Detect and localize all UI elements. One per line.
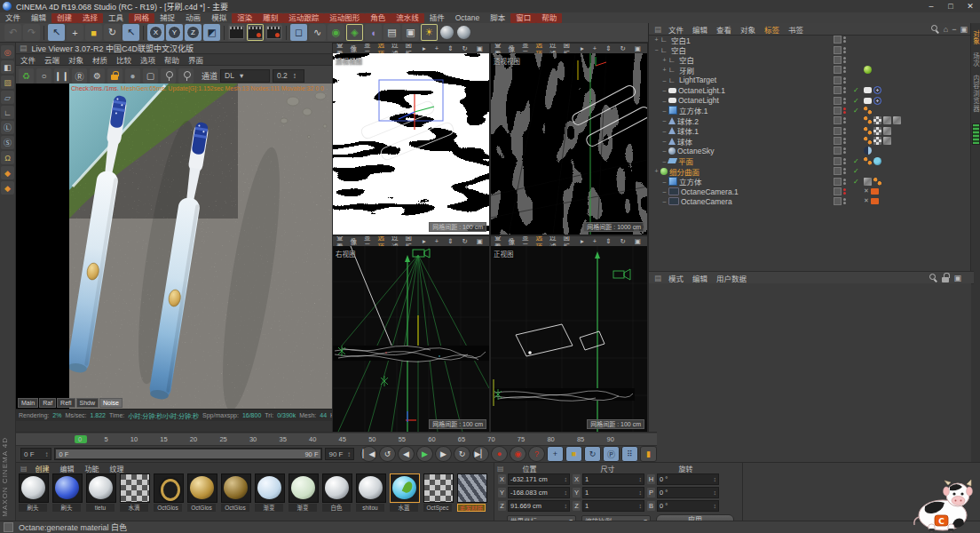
rotate-view-icon[interactable]: ↻	[458, 44, 470, 52]
dot-top[interactable]	[843, 188, 846, 191]
uvw-tag-icon[interactable]	[873, 137, 881, 145]
material-thumbnail[interactable]	[187, 473, 217, 503]
menu-编辑[interactable]: 编辑	[26, 13, 51, 23]
end-frame-field[interactable]: 90 F↕	[325, 448, 354, 460]
material-白色[interactable]: 白色	[322, 473, 352, 512]
lv-menu-比较[interactable]: 比较	[112, 54, 136, 65]
pick-region-icon[interactable]: ▢	[143, 68, 158, 84]
visibility-dots[interactable]	[843, 67, 846, 73]
refresh-icon[interactable]: ♻	[19, 68, 34, 84]
render-canvas[interactable]: Check:0ms./1ms. MeshGen:65ms. Update[G]:…	[16, 84, 332, 409]
menu-创建[interactable]: 创建	[51, 13, 77, 23]
lv-menu-文件[interactable]: 文件	[16, 54, 40, 65]
dot-bottom[interactable]	[843, 151, 846, 154]
enabled-check-icon[interactable]: ✓	[853, 157, 859, 165]
visibility-toggles[interactable]	[834, 178, 846, 186]
dot-bottom[interactable]	[843, 51, 846, 53]
dot-top[interactable]	[843, 77, 846, 80]
enabled-check-icon[interactable]: ✓	[853, 107, 859, 115]
menu-流水线[interactable]: 流水线	[391, 13, 424, 23]
om-menu-编辑[interactable]: 编辑	[688, 24, 712, 35]
keyframe-selection-button[interactable]: ▮	[640, 446, 657, 462]
lock-y-icon[interactable]: Y	[166, 24, 183, 41]
layer-chip[interactable]	[834, 86, 842, 94]
expand-all-icon[interactable]: ▣	[960, 25, 968, 34]
layer-chip[interactable]	[834, 167, 842, 175]
object-row-空白1[interactable]: +∟空白1	[649, 35, 970, 44]
layer-chip[interactable]	[834, 66, 842, 74]
dot-bottom[interactable]	[843, 91, 846, 93]
pass-tab-Main[interactable]: Main	[18, 398, 38, 408]
material-thumbnail[interactable]	[322, 473, 352, 503]
keying-help-button[interactable]: ?	[528, 446, 545, 462]
expand-plus-icon[interactable]: +	[660, 67, 668, 73]
lv-menu-选项[interactable]: 选项	[136, 54, 160, 65]
timeline-ruler[interactable]: 051015202530354045505560657075808590	[16, 434, 657, 446]
layer-chip[interactable]	[834, 76, 842, 84]
rotate-icon[interactable]: ↻	[104, 24, 121, 41]
coord-field-B[interactable]: 0 °↕	[657, 500, 719, 512]
close-button[interactable]: ✕	[960, 1, 980, 12]
material-OctSpec[interactable]: OctSpec	[423, 473, 454, 512]
lock-icon[interactable]	[107, 68, 122, 84]
phong-tag-icon[interactable]	[864, 66, 872, 74]
dot-top[interactable]	[843, 179, 846, 181]
primitive-cube-icon[interactable]: ◻	[290, 24, 307, 41]
coord-field-Y[interactable]: 1↕	[582, 487, 644, 498]
dot-bottom[interactable]	[843, 202, 846, 204]
coord-field-Z[interactable]: 91.669 cm↕	[508, 500, 570, 512]
visibility-dots[interactable]	[843, 47, 846, 53]
dot-bottom[interactable]	[843, 162, 846, 164]
phong-dots-tag-icon[interactable]	[873, 178, 881, 186]
visibility-toggles[interactable]	[834, 46, 846, 54]
texture-tag-icon[interactable]	[864, 178, 872, 186]
viewport-perspective-2[interactable]: 查看摄像机显示选项过滤面板▸+⇕↻▣ 透视视图 网格间距 : 1000 cm	[490, 43, 648, 235]
am-menu-用户数据[interactable]: 用户数据	[712, 273, 751, 283]
dot-top[interactable]	[843, 168, 846, 171]
target-tag-icon[interactable]	[873, 97, 881, 105]
material-渐变[interactable]: 渐变	[255, 473, 285, 512]
material-sphere-icon[interactable]	[440, 26, 454, 39]
record-keyframe-button[interactable]: ●	[491, 446, 508, 462]
render-picture-icon[interactable]	[247, 24, 264, 41]
restart-icon[interactable]: ○	[36, 68, 51, 84]
pan-icon[interactable]: +	[589, 237, 600, 245]
camera-tag-icon[interactable]	[871, 188, 879, 195]
move-icon[interactable]: +	[67, 24, 83, 41]
visibility-toggles[interactable]	[834, 86, 846, 94]
expand-arrow-icon[interactable]: ▸	[419, 237, 430, 245]
om-menu-标签[interactable]: 标签	[760, 24, 784, 35]
dot-bottom[interactable]	[843, 40, 846, 43]
menu-文件[interactable]: 文件	[0, 13, 26, 23]
redo-icon[interactable]: ↷	[23, 24, 40, 41]
environment-icon[interactable]: ▤	[383, 24, 400, 41]
material-thumbnail[interactable]	[255, 473, 285, 503]
lv-menu-界面[interactable]: 界面	[184, 54, 208, 65]
expand-plus-icon[interactable]: +	[652, 168, 660, 174]
attribute-manager-body[interactable]	[649, 283, 971, 462]
coord-field-X[interactable]: 1↕	[582, 473, 644, 485]
layer-chip[interactable]	[834, 157, 842, 165]
material-水滴[interactable]: 水滴	[120, 473, 150, 512]
layer-chip[interactable]	[834, 107, 842, 115]
menu-帮助[interactable]: 帮助	[536, 13, 562, 23]
visibility-toggles[interactable]	[834, 76, 846, 84]
object-row-球体.1[interactable]: –球体.1	[649, 126, 970, 136]
material-OctGlos[interactable]: OctGlos	[154, 473, 184, 512]
object-row-平面[interactable]: –平面✓	[649, 156, 970, 166]
lv-menu-帮助[interactable]: 帮助	[160, 54, 184, 65]
material-thumbnail[interactable]	[423, 473, 454, 503]
menu-窗口[interactable]: 窗口	[510, 13, 536, 23]
protection-tag-icon[interactable]: ✕	[864, 197, 869, 205]
object-row-球体[interactable]: –球体	[649, 136, 970, 146]
mat-menu-创建[interactable]: 创建	[31, 464, 54, 473]
object-row-牙刷[interactable]: +∟牙刷	[649, 65, 970, 75]
key-parameter-toggle[interactable]: Ⓟ	[603, 446, 620, 462]
menu-动画[interactable]: 动画	[180, 13, 206, 23]
visibility-toggles[interactable]	[834, 56, 846, 64]
undo-icon[interactable]: ↶	[4, 24, 21, 41]
material-毛发材质[interactable]: 毛发材质	[457, 473, 487, 512]
dot-top[interactable]	[843, 67, 846, 69]
visibility-toggles[interactable]	[834, 187, 846, 195]
om-menu-文件[interactable]: 文件	[664, 24, 688, 35]
